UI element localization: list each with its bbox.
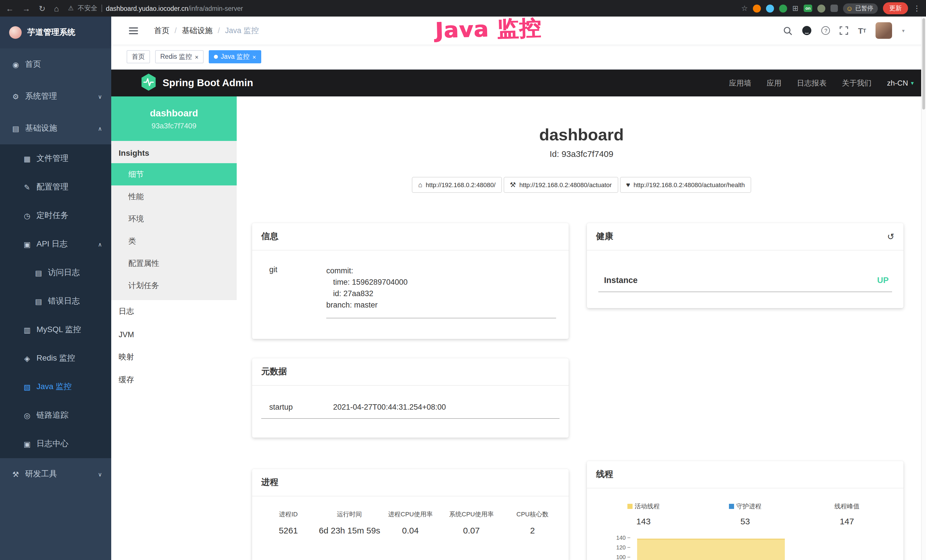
browser-menu-icon[interactable]: ⋮ bbox=[913, 4, 921, 12]
scrollbar-thumb[interactable] bbox=[922, 18, 925, 109]
breadcrumb: 首页 / 基础设施 / Java 监控 bbox=[154, 26, 259, 36]
info-card-header: 信息 bbox=[252, 223, 569, 250]
admin-sidebar: 芋道管理系统 ◉ 首页 ⚙ 系统管理 ∨ ▤ 基础设施 ∧ bbox=[0, 17, 111, 560]
security-label[interactable]: 不安全 bbox=[77, 4, 97, 12]
extension-icon-green[interactable] bbox=[779, 4, 787, 12]
nav-item-wallboard[interactable]: 应用墙 bbox=[729, 78, 751, 88]
metadata-card-body: startup 2021-04-27T00:44:31.254+08:00 bbox=[252, 386, 569, 437]
legend-label: 活动线程 bbox=[634, 502, 660, 511]
sba-item-logs[interactable]: 日志 bbox=[111, 300, 237, 323]
admin-menu: ◉ 首页 ⚙ 系统管理 ∨ ▤ 基础设施 ∧ ▦ 文件管理 bbox=[0, 48, 111, 490]
sidebar-item-error-logs[interactable]: ▤ 错误日志 bbox=[0, 287, 111, 316]
sba-item-classes[interactable]: 类 bbox=[111, 230, 237, 252]
process-col-cores: CPU核心数 2 bbox=[502, 510, 563, 535]
forward-icon[interactable]: → bbox=[22, 4, 30, 13]
extension-icon-blue[interactable] bbox=[766, 4, 774, 12]
tab-home[interactable]: 首页 bbox=[127, 50, 150, 64]
git-time-line: time: 1596289704000 bbox=[326, 277, 556, 288]
sidebar-item-scheduled-jobs[interactable]: ◷ 定时任务 bbox=[0, 201, 111, 230]
sba-item-caches[interactable]: 缓存 bbox=[111, 369, 237, 391]
cards-grid: 信息 git commit: time: 1596289704000 id: 2… bbox=[237, 223, 926, 560]
address-bar[interactable]: ⚠ 不安全 dashboard.yudao.iocoder.cn/infra/a… bbox=[68, 4, 243, 12]
sba-item-scheduled-tasks[interactable]: 计划任务 bbox=[111, 274, 237, 297]
sidebar-item-access-logs[interactable]: ▤ 访问日志 bbox=[0, 259, 111, 287]
sidebar-item-java-monitor[interactable]: ▧ Java 监控 bbox=[0, 372, 111, 401]
sidebar-item-config-mgmt[interactable]: ✎ 配置管理 bbox=[0, 173, 111, 201]
avatar[interactable] bbox=[876, 22, 892, 39]
history-icon[interactable]: ↺ bbox=[887, 232, 894, 242]
sidebar-item-trace[interactable]: ◎ 链路追踪 bbox=[0, 401, 111, 430]
fullscreen-icon[interactable] bbox=[840, 26, 849, 35]
sba-app-name: dashboard bbox=[150, 107, 198, 118]
reload-icon[interactable]: ↻ bbox=[39, 4, 45, 13]
sba-item-config-props[interactable]: 配置属性 bbox=[111, 252, 237, 274]
tab-label: 首页 bbox=[132, 53, 145, 61]
sba-item-details[interactable]: 细节 bbox=[111, 163, 237, 185]
tab-redis-monitor[interactable]: Redis 监控 × bbox=[155, 50, 204, 64]
sba-item-label: 缓存 bbox=[119, 375, 134, 385]
sidebar-item-api-logs[interactable]: ▣ API 日志 ∧ bbox=[0, 230, 111, 259]
extensions-grid-icon[interactable]: ⊞ bbox=[792, 4, 799, 12]
service-url-button[interactable]: ⌂ http://192.168.0.2:48080/ bbox=[412, 177, 502, 193]
extension-icon-orange[interactable] bbox=[753, 4, 761, 12]
sidebar-item-dev-tools[interactable]: ⚒ 研发工具 ∨ bbox=[0, 458, 111, 490]
puzzle-icon[interactable] bbox=[831, 5, 838, 12]
url-path: /infra/admin-server bbox=[188, 5, 243, 12]
sba-item-mappings[interactable]: 映射 bbox=[111, 346, 237, 369]
sba-app-header[interactable]: dashboard 93a3fc7f7409 bbox=[111, 97, 237, 141]
avatar-caret-icon[interactable]: ▾ bbox=[902, 28, 905, 33]
chevron-down-icon: ∨ bbox=[98, 93, 102, 100]
sidebar-item-mysql-monitor[interactable]: ▥ MySQL 监控 bbox=[0, 316, 111, 344]
home-icon[interactable]: ⌂ bbox=[54, 4, 59, 13]
back-icon[interactable]: ← bbox=[6, 4, 14, 13]
sidebar-item-file-mgmt[interactable]: ▦ 文件管理 bbox=[0, 144, 111, 173]
app-logo[interactable]: 芋道管理系统 bbox=[0, 17, 111, 48]
sba-content: dashboard Id: 93a3fc7f7409 ⌂ http://192.… bbox=[237, 97, 926, 560]
search-icon[interactable] bbox=[784, 26, 793, 35]
sba-brand[interactable]: Spring Boot Admin bbox=[141, 73, 253, 93]
on-badge-icon[interactable]: on bbox=[803, 5, 812, 12]
locale-selector[interactable]: zh-CN ▾ bbox=[887, 79, 914, 87]
nav-item-applications[interactable]: 应用 bbox=[767, 78, 781, 88]
actuator-url: http://192.168.0.2:48080/actuator bbox=[519, 182, 612, 188]
clock-icon: ◷ bbox=[23, 211, 31, 220]
status-badge: UP bbox=[877, 275, 889, 285]
sidebar-item-infrastructure[interactable]: ▤ 基础设施 ∧ bbox=[0, 112, 111, 144]
metadata-card-title: 元数据 bbox=[261, 366, 287, 377]
help-icon[interactable]: ? bbox=[822, 26, 830, 35]
health-url-button[interactable]: ♥ http://192.168.0.2:48080/actuator/heal… bbox=[620, 177, 751, 193]
sidebar-item-system-mgmt[interactable]: ⚙ 系统管理 ∨ bbox=[0, 80, 111, 112]
screen: ← → ↻ ⌂ ⚠ 不安全 dashboard.yudao.iocoder.cn… bbox=[0, 0, 926, 560]
insights-section: Insights 细节 性能 环境 类 配置属性 计划任务 bbox=[111, 141, 237, 300]
breadcrumb-item-infrastructure[interactable]: 基础设施 bbox=[182, 26, 213, 36]
sidebar-item-redis-monitor[interactable]: ◈ Redis 监控 bbox=[0, 344, 111, 372]
sidebar-item-home[interactable]: ◉ 首页 bbox=[0, 48, 111, 80]
health-card-header: 健康 ↺ bbox=[587, 223, 903, 250]
sba-item-jvm[interactable]: JVM bbox=[111, 323, 237, 346]
y-axis-tick: 100 bbox=[593, 554, 630, 560]
url-text[interactable]: dashboard.yudao.iocoder.cn/infra/admin-s… bbox=[106, 5, 243, 12]
close-icon[interactable]: × bbox=[195, 53, 198, 60]
profile-chip[interactable]: ☺ 已暂停 bbox=[843, 3, 878, 14]
sba-item-label: 日志 bbox=[119, 306, 134, 317]
sba-item-label: 映射 bbox=[119, 352, 134, 362]
sba-item-metrics[interactable]: 性能 bbox=[111, 185, 237, 208]
hamburger-icon[interactable] bbox=[129, 27, 138, 34]
process-col-uptime: 运行时间 6d 23h 15m 59s bbox=[319, 510, 380, 535]
github-icon[interactable] bbox=[802, 26, 812, 35]
nav-item-journal[interactable]: 日志报表 bbox=[797, 78, 826, 88]
close-icon[interactable]: × bbox=[253, 53, 256, 60]
sba-item-environment[interactable]: 环境 bbox=[111, 208, 237, 230]
tab-java-monitor[interactable]: Java 监控 × bbox=[209, 50, 261, 64]
browser-nav: ← → ↻ ⌂ bbox=[6, 4, 59, 13]
extension-icon-leaf[interactable] bbox=[817, 4, 825, 12]
legend-daemon-threads: 守护进程 53 bbox=[694, 502, 796, 526]
page-title: dashboard bbox=[237, 125, 926, 144]
actuator-url-button[interactable]: ⚒ http://192.168.0.2:48080/actuator bbox=[504, 177, 618, 193]
nav-item-about[interactable]: 关于我们 bbox=[842, 78, 872, 88]
breadcrumb-item-home[interactable]: 首页 bbox=[154, 26, 169, 36]
update-button[interactable]: 更新 bbox=[883, 2, 908, 14]
font-size-icon[interactable]: TT bbox=[858, 26, 866, 35]
bookmark-star-icon[interactable]: ☆ bbox=[741, 4, 748, 12]
sidebar-item-log-center[interactable]: ▣ 日志中心 bbox=[0, 430, 111, 458]
